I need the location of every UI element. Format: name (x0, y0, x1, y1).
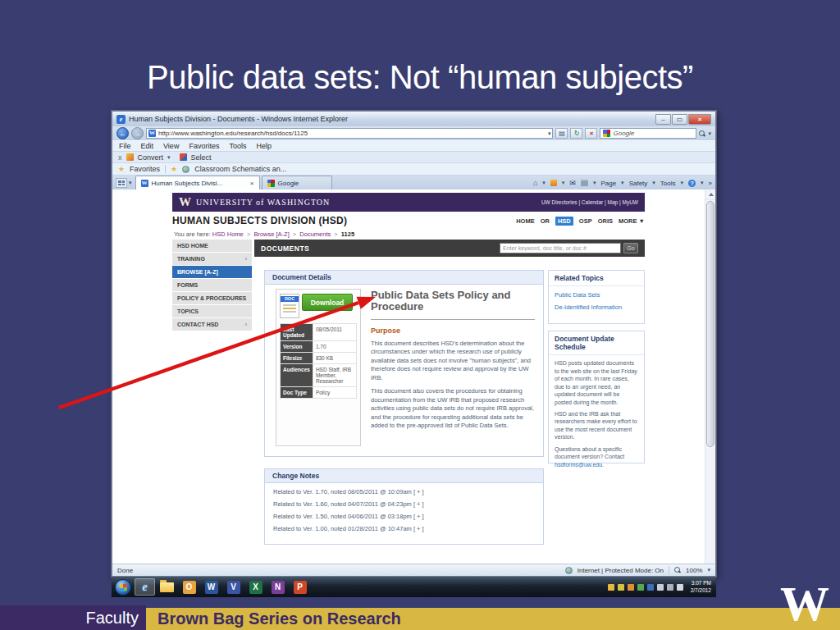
tools-dropdown-icon[interactable]: ▾ (681, 180, 684, 186)
feeds-icon[interactable] (550, 180, 557, 186)
menu-tools[interactable]: Tools (229, 142, 246, 150)
tray-network2-icon[interactable] (667, 584, 673, 591)
tray-network-icon[interactable] (637, 584, 644, 591)
tab-hsd[interactable]: W Human Subjects Divisi... × (135, 176, 260, 189)
document-meta-table: Last Updated08/05/2011 Version1.70 Files… (280, 323, 357, 399)
refresh-button[interactable]: ↻ (570, 128, 582, 139)
toolbar-close-icon[interactable]: x (118, 153, 122, 162)
feeds-dropdown-icon[interactable]: ▾ (562, 180, 565, 186)
taskbar-explorer-icon[interactable] (157, 578, 177, 596)
back-button[interactable]: ← (116, 127, 129, 139)
breadcrumb-link-documents[interactable]: Documents (299, 231, 331, 238)
toolbar-overflow-icon[interactable]: » (709, 180, 712, 187)
url-dropdown-icon[interactable]: ▾ (548, 130, 551, 137)
taskbar-visio-icon[interactable]: V (223, 578, 244, 596)
sidebar-item-policy-procedures[interactable]: POLICY & PROCEDURES (172, 292, 252, 305)
download-button[interactable]: Download (302, 294, 353, 311)
zoom-dropdown-icon[interactable]: ▾ (707, 567, 710, 573)
sidebar-item-forms[interactable]: FORMS (172, 279, 252, 292)
print-dropdown-icon[interactable]: ▾ (593, 180, 596, 186)
convert-button[interactable]: Convert (138, 153, 164, 162)
scrollbar-thumb[interactable] (706, 201, 714, 447)
taskbar-outlook-icon[interactable]: O (179, 578, 199, 596)
tab-close-icon[interactable]: × (250, 180, 254, 187)
page-dropdown-icon[interactable]: ▾ (621, 180, 624, 186)
sidebar-item-contact-hsd[interactable]: CONTACT HSD› (172, 318, 252, 331)
favorite-item[interactable]: Classroom Schematics an... (194, 165, 286, 173)
breadcrumb-link-browse[interactable]: Browse [A-Z] (253, 231, 289, 238)
close-button[interactable]: × (688, 114, 711, 125)
doc-search-input[interactable] (500, 243, 621, 253)
convert-dropdown-icon[interactable]: ▾ (167, 154, 171, 161)
breadcrumb-link-home[interactable]: HSD Home (212, 231, 244, 238)
scroll-up-icon[interactable] (705, 189, 715, 200)
change-note-entry[interactable]: Related to Ver. 1.00, noted 01/28/2011 @… (273, 525, 535, 532)
print-icon[interactable] (581, 180, 588, 186)
sidebar-item-hsd-home[interactable]: HSD HOME (172, 240, 252, 253)
taskbar-clock[interactable]: 3:07 PM 2/7/2012 (691, 580, 711, 595)
home-dropdown-icon[interactable]: ▾ (542, 180, 546, 186)
taskbar-powerpoint-icon[interactable]: P (290, 578, 310, 596)
tray-flag-icon[interactable] (657, 584, 664, 591)
search-icon[interactable] (699, 130, 705, 137)
zoom-level[interactable]: 100% (686, 567, 702, 574)
minimize-button[interactable]: – (655, 114, 671, 125)
browser-search-box[interactable]: Google (600, 128, 696, 139)
nav-home[interactable]: HOME (516, 217, 535, 225)
change-note-entry[interactable]: Related to Ver. 1.70, noted 08/05/2011 @… (273, 488, 535, 495)
menu-view[interactable]: View (163, 142, 179, 150)
menu-file[interactable]: File (119, 142, 131, 150)
search-dropdown-icon[interactable]: ▾ (708, 130, 711, 137)
maximize-button[interactable]: ▭ (672, 114, 687, 125)
taskbar-excel-icon[interactable]: X (245, 578, 266, 596)
vertical-scrollbar[interactable] (705, 189, 715, 564)
nav-more[interactable]: MORE ▼ (619, 217, 645, 225)
zoom-icon[interactable] (674, 567, 681, 573)
page-menu-button[interactable]: Page (600, 180, 616, 187)
tab-list-dropdown-icon[interactable]: ▾ (129, 180, 132, 186)
tray-shield-icon[interactable] (647, 584, 654, 591)
stop-button[interactable]: × (585, 128, 597, 139)
change-note-entry[interactable]: Related to Ver. 1.60, noted 04/07/2011 @… (273, 500, 535, 508)
change-note-entry[interactable]: Related to Ver. 1.50, noted 04/06/2011 @… (273, 513, 535, 520)
start-button[interactable] (115, 579, 131, 596)
compatibility-view-button[interactable]: ▤ (555, 128, 568, 139)
sidebar-item-training[interactable]: TRAINING› (172, 253, 252, 266)
nav-oris[interactable]: ORIS (598, 217, 613, 225)
menu-edit[interactable]: Edit (141, 142, 154, 150)
nav-osp[interactable]: OSP (579, 217, 592, 225)
safety-dropdown-icon[interactable]: ▾ (652, 180, 655, 186)
tray-icon[interactable] (618, 584, 624, 591)
help-dropdown-icon[interactable]: ▾ (701, 180, 704, 186)
taskbar-onenote-icon[interactable]: N (267, 578, 288, 596)
uw-banner-links[interactable]: UW Directories | Calendar | Map | MyUW (541, 199, 638, 205)
taskbar-word-icon[interactable]: W (201, 578, 221, 596)
quick-tabs-icon[interactable] (116, 178, 127, 188)
taskbar-internet-explorer-icon[interactable]: e (135, 578, 155, 596)
safety-menu-button[interactable]: Safety (629, 180, 648, 187)
help-icon[interactable]: ? (688, 180, 696, 187)
go-button[interactable]: Go (623, 243, 638, 253)
nav-or[interactable]: OR (541, 217, 550, 225)
contact-email-link[interactable]: hsdforms@uw.edu. (555, 462, 604, 468)
sidebar-item-topics[interactable]: TOPICS (172, 305, 252, 318)
menu-help[interactable]: Help (256, 142, 272, 150)
window-titlebar[interactable]: e Human Subjects Division - Documents - … (112, 112, 715, 126)
tab-google[interactable]: Google (262, 176, 332, 189)
url-field[interactable]: W http://www.washington.edu/research/hsd… (146, 128, 553, 139)
select-button[interactable]: Select (191, 153, 212, 162)
favorites-button[interactable]: Favorites (130, 165, 160, 173)
tools-menu-button[interactable]: Tools (660, 180, 676, 187)
tray-icon[interactable] (628, 584, 634, 591)
related-link-public-data-sets[interactable]: Public Data Sets (555, 291, 638, 299)
add-favorite-icon[interactable]: ★ (171, 165, 177, 173)
nav-hsd-active[interactable]: HSD (555, 217, 573, 226)
forward-button[interactable]: → (131, 127, 144, 139)
home-icon[interactable]: ⌂ (533, 179, 537, 187)
tray-volume-icon[interactable] (677, 584, 683, 591)
sidebar-item-browse-az[interactable]: BROWSE [A-Z] (172, 266, 252, 279)
menu-favorites[interactable]: Favorites (189, 142, 219, 150)
related-link-deidentified[interactable]: De-Identified Information (555, 304, 638, 311)
read-mail-icon[interactable]: ✉ (569, 179, 576, 187)
tray-icon[interactable] (608, 584, 614, 591)
